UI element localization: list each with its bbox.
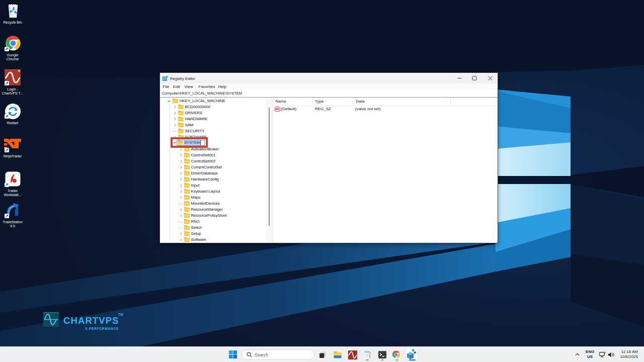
svg-text:ab: ab [275, 107, 279, 111]
svg-text:CHARTVPS: CHARTVPS [63, 315, 119, 326]
svg-text:X-PERFORMANCE: X-PERFORMANCE [85, 327, 119, 330]
svg-text:TM: TM [118, 313, 123, 316]
